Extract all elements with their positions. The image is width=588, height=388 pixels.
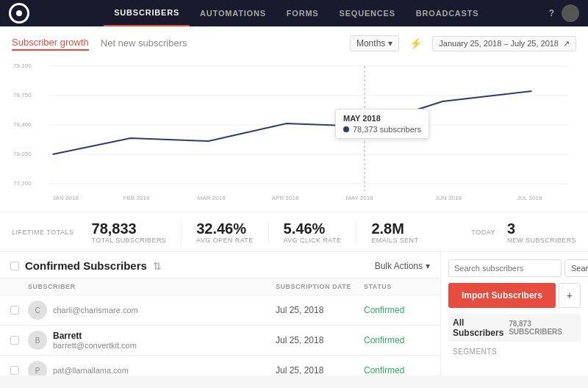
subscription-date-2: Jul 25, 2018 [276, 335, 364, 345]
date-range-label: January 25, 2018 – July 25, 2018 [439, 39, 559, 48]
top-navigation: SUBSCRIBERS AUTOMATIONS FORMS SEQUENCES … [0, 0, 588, 26]
chart-section: Subscriber growth Net new subscribers Mo… [0, 26, 588, 212]
add-subscriber-button[interactable]: + [559, 283, 581, 308]
subscribers-actions: Bulk Actions ▾ [375, 261, 430, 271]
period-label: Months [356, 38, 385, 48]
stat-new-subscribers: 3 NEW SUBSCRIBERS [507, 220, 576, 244]
subscriber-avatar-2: B [28, 331, 47, 350]
filter-icon[interactable]: ⚡ [405, 35, 426, 51]
subscriber-avatar-3: P [28, 361, 47, 376]
lifetime-label: LIFETIME TOTALS [12, 229, 74, 236]
confirmed-subscribers-title: Confirmed Subscribers [25, 259, 147, 272]
nav-right: ? [549, 4, 579, 22]
svg-text:78,400: 78,400 [13, 121, 32, 128]
subscriber-info-3: pat@llamallama.com [53, 366, 129, 375]
search-row: Search [448, 259, 581, 277]
filter-all-subscribers[interactable]: All Subscribers 78,873 SUBSCRIBERS [448, 314, 581, 342]
help-button[interactable]: ? [549, 8, 554, 18]
subscriber-status-2: Confirmed [364, 335, 430, 345]
subscriber-status-3: Confirmed [364, 365, 430, 376]
stats-bar: LIFETIME TOTALS 78,833 TOTAL SUBSCRIBERS… [0, 212, 588, 252]
row-checkbox-3[interactable] [10, 366, 19, 375]
bottom-section: Confirmed Subscribers ⇅ Bulk Actions ▾ S… [0, 252, 588, 376]
svg-point-18 [362, 123, 368, 129]
tab-net-new[interactable]: Net new subscribers [101, 37, 187, 50]
nav-links: SUBSCRIBERS AUTOMATIONS FORMS SEQUENCES … [44, 0, 549, 26]
today-group: TODAY 3 NEW SUBSCRIBERS [471, 220, 576, 244]
row-checkbox-2[interactable] [10, 336, 19, 345]
import-subscribers-button[interactable]: Import Subscribers [448, 283, 556, 308]
svg-text:79,100: 79,100 [13, 62, 32, 69]
svg-text:JUN 2018: JUN 2018 [435, 195, 462, 201]
svg-text:78,750: 78,750 [13, 92, 32, 98]
table-row[interactable]: B Barrett barrett@convertkit.com Jul 25,… [0, 326, 440, 356]
search-button[interactable]: Search [564, 259, 588, 277]
col-header-status: STATUS [364, 283, 430, 290]
nav-forms[interactable]: FORMS [276, 0, 329, 26]
nav-sequences[interactable]: SEQUENCES [329, 0, 406, 26]
new-subscribers-value: 3 [507, 220, 515, 237]
avatar[interactable] [562, 4, 579, 22]
chart-area: 79,100 78,750 78,400 78,050 77,700 JAN 2… [12, 59, 576, 206]
bulk-actions-dropdown[interactable]: Bulk Actions ▾ [375, 261, 430, 271]
svg-text:FEB 2018: FEB 2018 [123, 195, 150, 201]
svg-text:MAY 2018: MAY 2018 [346, 195, 373, 201]
divider-2 [268, 221, 269, 243]
svg-text:77,700: 77,700 [13, 180, 32, 187]
subscriber-email-2: barrett@convertkit.com [53, 341, 137, 350]
segments-label: Segments [448, 345, 581, 357]
subscription-date-1: Jul 25, 2018 [276, 305, 364, 315]
nav-automations[interactable]: AUTOMATIONS [190, 0, 276, 26]
sort-icon[interactable]: ⇅ [153, 260, 162, 272]
total-subscribers-value: 78,833 [92, 220, 137, 237]
total-subscribers-label: TOTAL SUBSCRIBERS [92, 237, 167, 244]
search-input[interactable] [448, 259, 562, 277]
col-header-date: SUBSCRIPTION DATE [276, 283, 364, 290]
subscription-date-3: Jul 25, 2018 [276, 365, 364, 376]
lifetime-label-group: LIFETIME TOTALS [12, 229, 74, 236]
filter-section: All Subscribers 78,873 SUBSCRIBERS Segme… [448, 314, 581, 357]
table-row[interactable]: C charli@charismare.com Jul 25, 2018 Con… [0, 295, 440, 326]
subscriber-info-1: charli@charismare.com [53, 306, 138, 315]
subscriber-name-2: Barrett [53, 331, 137, 341]
filter-all-count: 78,873 SUBSCRIBERS [509, 320, 576, 336]
click-rate-value: 5.46% [284, 220, 326, 237]
bulk-actions-label: Bulk Actions [375, 261, 423, 271]
filter-all-label: All Subscribers [453, 317, 509, 338]
subscribers-panel: Confirmed Subscribers ⇅ Bulk Actions ▾ S… [0, 252, 441, 376]
stat-emails-sent: 2.8M EMAILS SENT [371, 220, 418, 244]
period-selector[interactable]: Months ▾ [350, 35, 399, 51]
stat-click-rate: 5.46% AVG CLICK RATE [284, 220, 342, 244]
logo[interactable] [9, 3, 29, 24]
svg-text:JAN 2018: JAN 2018 [53, 195, 79, 201]
subscriber-email-3: pat@llamallama.com [53, 366, 129, 375]
nav-subscribers[interactable]: SUBSCRIBERS [104, 0, 190, 26]
new-subscribers-label: NEW SUBSCRIBERS [507, 237, 576, 244]
export-icon: ↗ [563, 39, 570, 48]
import-row: Import Subscribers + [448, 283, 581, 308]
open-rate-value: 32.46% [196, 220, 246, 237]
right-panel: Search Import Subscribers + All Subscrib… [441, 252, 588, 376]
date-range-picker[interactable]: January 25, 2018 – July 25, 2018 ↗ [432, 36, 576, 51]
chart-controls: Months ▾ ⚡ January 25, 2018 – July 25, 2… [350, 35, 576, 51]
row-checkbox-1[interactable] [10, 306, 19, 315]
subscriber-avatar-1: C [28, 301, 47, 320]
today-label: TODAY [471, 229, 495, 236]
emails-sent-label: EMAILS SENT [371, 237, 418, 244]
table-row[interactable]: P pat@llamallama.com Jul 25, 2018 Confir… [0, 356, 440, 376]
select-all-checkbox[interactable] [10, 262, 19, 270]
emails-sent-value: 2.8M [371, 220, 404, 237]
click-rate-label: AVG CLICK RATE [284, 237, 342, 244]
subscriber-status-1: Confirmed [364, 305, 430, 315]
svg-text:78,050: 78,050 [13, 151, 32, 157]
chevron-down-icon: ▾ [388, 38, 392, 48]
tab-subscriber-growth[interactable]: Subscriber growth [12, 37, 89, 51]
col-header-subscriber: SUBSCRIBER [28, 283, 276, 290]
open-rate-label: AVG OPEN RATE [196, 237, 253, 244]
divider-1 [181, 221, 182, 243]
subscriber-email-1: charli@charismare.com [53, 306, 138, 315]
nav-broadcasts[interactable]: BROADCASTS [406, 0, 490, 26]
chart-tabs: Subscriber growth Net new subscribers Mo… [12, 35, 576, 51]
chevron-down-icon: ▾ [426, 261, 430, 271]
divider-3 [356, 221, 356, 243]
